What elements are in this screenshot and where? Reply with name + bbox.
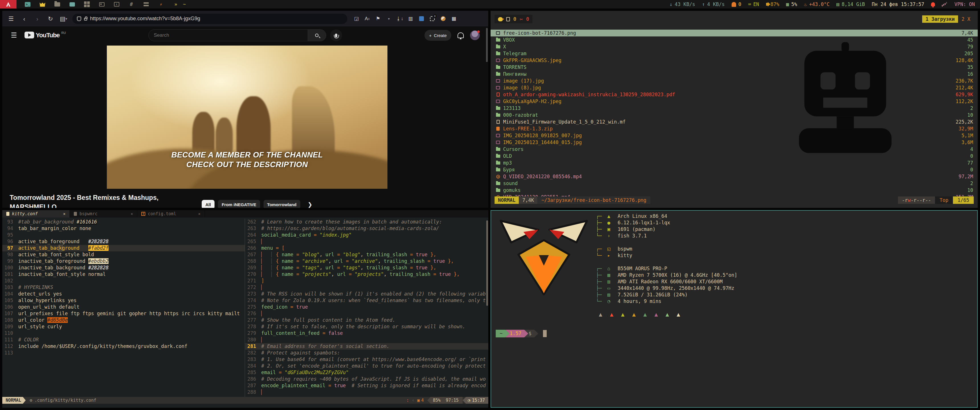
page-scrollbar[interactable] bbox=[486, 28, 488, 62]
adblock-icon[interactable] bbox=[439, 15, 446, 22]
bell-icon[interactable] bbox=[931, 2, 935, 6]
screenshot-icon[interactable]: x bbox=[429, 15, 436, 22]
net-down-icon[interactable]: ↓43 KB/s bbox=[670, 2, 695, 7]
yazi-tab-active[interactable]: 1 Загрузки bbox=[922, 15, 958, 23]
signal-icon[interactable] bbox=[942, 2, 948, 6]
file-row[interactable]: Q_VIDEO_20241220_085546.mp497,2M bbox=[490, 173, 978, 180]
url-input[interactable] bbox=[90, 16, 343, 22]
library-icon[interactable]: ▥ bbox=[407, 15, 414, 22]
translate-icon[interactable]: Ax bbox=[364, 15, 371, 22]
file-row[interactable]: sound2 bbox=[490, 180, 978, 187]
chip-all[interactable]: All bbox=[202, 200, 215, 208]
file-row[interactable]: VBOX45 bbox=[490, 37, 978, 43]
vpn-label[interactable]: VPN: ON bbox=[955, 2, 975, 7]
workspace-layout-icon[interactable] bbox=[142, 2, 150, 7]
editor-scrollbar[interactable] bbox=[486, 220, 488, 306]
workspace-hash-icon[interactable] bbox=[127, 2, 135, 7]
launcher-chevrons[interactable]: » bbox=[174, 2, 177, 7]
bookmark-icon[interactable]: ⚑ bbox=[375, 15, 382, 22]
rss-icon[interactable]: ◲ bbox=[353, 15, 360, 22]
video-player[interactable]: BECOME A MEMBER OF THE CHANNEL CHECK OUT… bbox=[107, 46, 387, 189]
workspace-chat-icon[interactable] bbox=[68, 2, 76, 7]
workspace-cat-icon[interactable] bbox=[39, 2, 46, 7]
workspace-folder-icon[interactable] bbox=[54, 2, 61, 7]
file-row[interactable]: TORRENTS35 bbox=[490, 64, 978, 71]
shell-prompt[interactable]: ~1.57$ bbox=[496, 330, 547, 337]
file-row[interactable]: free-icon-bot-7167276.png7,4K bbox=[490, 30, 978, 37]
editor-tab-bspwmrc[interactable]: bspwmrc× bbox=[70, 210, 137, 218]
code-line: 109url_style curly bbox=[2, 323, 245, 330]
downloads-icon[interactable]: ⭳↓ bbox=[396, 15, 403, 22]
file-row[interactable]: X79 bbox=[490, 43, 978, 50]
file-row[interactable]: 1231132 bbox=[490, 105, 978, 111]
file-row[interactable]: Буря0 bbox=[490, 166, 978, 173]
yazi-tab-inactive[interactable]: 2 X bbox=[958, 15, 974, 23]
file-row[interactable]: IMG_20250128_091825_007.jpg5,1M bbox=[490, 132, 978, 139]
home-indicator[interactable]: ~ bbox=[183, 2, 186, 7]
notifications-bell-icon[interactable] bbox=[458, 32, 464, 38]
clock-label[interactable]: Пн 24 фев 15:37:57 bbox=[872, 2, 924, 7]
file-row[interactable]: Пингвины16 bbox=[490, 71, 978, 78]
file-row[interactable]: image (17).jpg236,7K bbox=[490, 78, 978, 84]
sidebar-toggle-icon[interactable]: ▤▾ bbox=[59, 14, 68, 23]
cpu-icon[interactable]: ▦5% bbox=[786, 2, 797, 7]
editor-statusline: NORMAL ⚙ .config/kitty/kitty.conf : ‹ ▣4… bbox=[2, 397, 488, 404]
keyboard-icon[interactable]: ⌨EN bbox=[748, 2, 759, 7]
chip-from-inegative[interactable]: From iNEGATIVE bbox=[218, 200, 260, 208]
youtube-menu-icon[interactable]: ☰ bbox=[11, 31, 17, 39]
menu-icon[interactable]: ☰ bbox=[7, 14, 15, 23]
editor-pane-config-toml[interactable]: 262# Learn how to create these images in… bbox=[245, 219, 488, 397]
bookmarks-caret-icon[interactable]: ▾ bbox=[385, 15, 392, 22]
file-row[interactable]: GkC0yLaXgAAP-H2.jpeg112,2K bbox=[490, 98, 978, 105]
ghost-icon[interactable]: 0 bbox=[732, 2, 741, 7]
file-row[interactable]: Cursors4 bbox=[490, 146, 978, 153]
editor-tab-kitty.conf[interactable]: kitty.conf× bbox=[2, 210, 70, 218]
workspace-windows-icon[interactable] bbox=[83, 2, 91, 7]
chips-more-icon[interactable]: ❯ bbox=[308, 201, 312, 208]
chip-tomorrowland[interactable]: Tomorrowland bbox=[264, 200, 300, 208]
tab-close-icon[interactable]: × bbox=[63, 211, 65, 216]
volume-icon[interactable]: 87% bbox=[766, 2, 780, 7]
forward-icon[interactable]: › bbox=[33, 14, 41, 23]
file-row[interactable]: IMG_20250123_164440_015.jpg3,6M bbox=[490, 139, 978, 146]
file-row[interactable]: GkFPR-GXUAACWSS.jpeg128,4K bbox=[490, 57, 978, 64]
youtube-logo[interactable]: YouTube RU bbox=[24, 32, 66, 39]
file-row[interactable]: Lens-FREE-1.3.zip32,9M bbox=[490, 125, 978, 132]
create-button[interactable]: + Create bbox=[425, 30, 451, 41]
arch-menu-button[interactable] bbox=[0, 0, 16, 8]
file-row[interactable]: Telegram205 bbox=[490, 50, 978, 57]
workspace-pulse-icon[interactable] bbox=[157, 2, 165, 7]
voice-search-button[interactable] bbox=[330, 29, 342, 41]
avatar[interactable] bbox=[470, 30, 480, 40]
extensions-puzzle-icon[interactable]: ▩ bbox=[450, 15, 457, 22]
url-bar[interactable] bbox=[72, 14, 347, 24]
editor-body[interactable]: 93#tab_bar_background #16161694tab_bar_m… bbox=[2, 218, 488, 397]
extension-blue-icon[interactable] bbox=[418, 15, 425, 22]
temp-icon[interactable]: ♨+43.0°C bbox=[804, 2, 830, 7]
file-row[interactable]: image (8).jpg212,4K bbox=[490, 84, 978, 91]
editor-pane-kitty-conf[interactable]: 93#tab_bar_background #16161694tab_bar_m… bbox=[2, 219, 245, 397]
file-row[interactable]: mp377 bbox=[490, 159, 978, 166]
memory-icon[interactable]: ▤8,14 GiB bbox=[837, 2, 865, 7]
workspace-download-icon[interactable] bbox=[113, 2, 120, 7]
code-line: 278# If it's set to false, only the desc… bbox=[245, 323, 488, 330]
folder-icon bbox=[496, 73, 500, 76]
shield-icon[interactable] bbox=[77, 16, 81, 21]
tab-close-icon[interactable]: × bbox=[198, 211, 200, 216]
file-row[interactable]: gomuks10 bbox=[490, 187, 978, 194]
file-row[interactable]: oth_A_ardor-gaming-wakizashi_instrukcia_… bbox=[490, 91, 978, 98]
search-input[interactable] bbox=[154, 32, 302, 38]
file-row[interactable]: MiniFuse1_Firmware_Update_1_5_0_212_win.… bbox=[490, 118, 978, 125]
file-row[interactable]: 000-razobrat10 bbox=[490, 111, 978, 118]
reload-icon[interactable]: ↻ bbox=[46, 14, 55, 23]
workspace-terminal-icon[interactable] bbox=[24, 2, 31, 7]
back-icon[interactable]: ‹ bbox=[20, 14, 29, 23]
editor-tab-config.toml[interactable]: Tconfig.toml× bbox=[137, 210, 205, 218]
search-button[interactable] bbox=[308, 29, 326, 41]
search-field[interactable] bbox=[148, 29, 308, 41]
net-up-icon[interactable]: ↑4 KB/s bbox=[702, 2, 725, 7]
workspace-image-icon[interactable] bbox=[98, 2, 105, 7]
tab-close-icon[interactable]: × bbox=[131, 211, 133, 216]
file-row[interactable]: OLD0 bbox=[490, 153, 978, 159]
shell-icon: › bbox=[608, 233, 617, 239]
